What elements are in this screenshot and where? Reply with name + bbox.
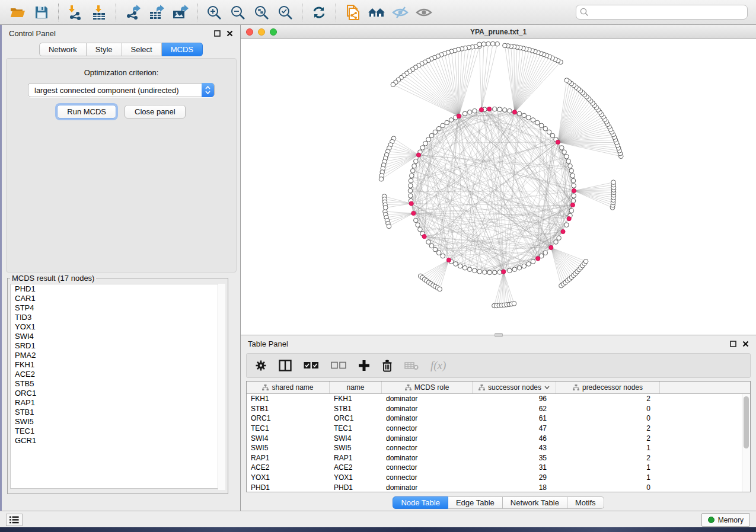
- splitter-grip[interactable]: [495, 333, 503, 337]
- optimization-criterion-label: Optimization criterion:: [7, 68, 236, 77]
- close-panel-icon[interactable]: [742, 341, 749, 347]
- table-cell: FKH1: [330, 395, 382, 403]
- table-panel-header: Table Panel: [241, 335, 756, 352]
- column-header-mcds-role[interactable]: MCDS role: [382, 382, 473, 393]
- table-cell: STB1: [247, 405, 330, 413]
- table-cell: connector: [382, 424, 473, 432]
- mcds-result-item[interactable]: PMA2: [11, 351, 225, 360]
- table-row[interactable]: FKH1FKH1dominator962: [247, 394, 750, 404]
- mcds-result-item[interactable]: STB5: [11, 379, 225, 389]
- create-column-plus-icon[interactable]: [358, 360, 370, 371]
- network-window-titlebar[interactable]: YPA_prune.txt_1: [241, 25, 756, 39]
- mcds-result-item[interactable]: GCR1: [11, 436, 225, 446]
- memory-button[interactable]: Memory: [701, 513, 750, 527]
- mcds-result-item[interactable]: ORC1: [11, 389, 225, 398]
- column-header-name[interactable]: name: [330, 382, 382, 393]
- node-table-body: FKH1FKH1dominator962STB1STB1dominator620…: [247, 394, 750, 492]
- export-network-button[interactable]: [123, 3, 143, 22]
- table-scrollbar-thumb[interactable]: [744, 396, 749, 448]
- mcds-list-scrollbar[interactable]: [218, 284, 225, 490]
- show-all-button[interactable]: [414, 3, 434, 22]
- main-toolbar: [0, 0, 756, 25]
- export-table-button[interactable]: [146, 3, 167, 22]
- float-panel-icon[interactable]: [730, 341, 736, 347]
- select-all-rows-icon[interactable]: [304, 361, 319, 370]
- show-columns-icon[interactable]: [279, 360, 292, 371]
- table-settings-gear-icon[interactable]: [255, 360, 267, 371]
- mcds-result-item[interactable]: TEC1: [11, 427, 225, 436]
- mcds-result-item[interactable]: STB1: [11, 408, 225, 417]
- zoom-out-button[interactable]: [228, 3, 248, 22]
- table-row[interactable]: SWI4SWI4dominator462: [247, 433, 750, 443]
- task-history-button[interactable]: [6, 514, 23, 526]
- table-cell: 62: [473, 405, 556, 413]
- table-cell: 31: [473, 463, 556, 472]
- function-builder-icon[interactable]: f(x): [430, 359, 446, 372]
- close-panel-button[interactable]: Close panel: [125, 105, 186, 118]
- column-header-empty: [660, 382, 750, 393]
- mcds-result-item[interactable]: CAR1: [11, 294, 225, 303]
- houses-icon: [368, 5, 385, 20]
- deselect-all-rows-icon[interactable]: [331, 361, 346, 370]
- refresh-view-button[interactable]: [309, 3, 329, 22]
- table-row[interactable]: ACE2ACE2connector311: [247, 463, 750, 473]
- float-panel-icon[interactable]: [214, 30, 221, 37]
- table-cell: PHD1: [330, 483, 382, 492]
- column-header-shared-name[interactable]: shared name: [247, 382, 330, 393]
- status-bar: Memory: [0, 511, 756, 527]
- mcds-result-item[interactable]: RAP1: [11, 398, 225, 408]
- table-row[interactable]: RAP1RAP1dominator352: [247, 453, 750, 463]
- mcds-result-item[interactable]: SRD1: [11, 341, 225, 351]
- export-image-button[interactable]: [170, 3, 190, 22]
- save-session-button[interactable]: [31, 3, 52, 22]
- import-network-button[interactable]: [65, 3, 85, 22]
- first-neighbors-button[interactable]: [366, 3, 387, 22]
- table-row[interactable]: PHD1PHD1dominator180: [247, 482, 750, 492]
- table-row[interactable]: STB1STB1dominator620: [247, 404, 750, 414]
- column-header-predecessor-nodes[interactable]: predecessor nodes: [556, 382, 660, 393]
- table-row[interactable]: YOX1YOX1connector291: [247, 473, 750, 483]
- tab-network[interactable]: Network: [39, 43, 87, 56]
- table-row[interactable]: TEC1TEC1connector472: [247, 424, 750, 434]
- tab-edge-table[interactable]: Edge Table: [448, 496, 503, 509]
- criterion-dropdown[interactable]: largest connected component (undirected): [28, 83, 215, 97]
- zoom-selected-button[interactable]: [275, 3, 295, 22]
- tab-style[interactable]: Style: [87, 43, 122, 56]
- close-panel-icon[interactable]: [227, 30, 233, 37]
- mcds-result-item[interactable]: ACE2: [11, 370, 225, 379]
- delete-column-trash-icon[interactable]: [382, 360, 393, 372]
- node-table-header: shared name name MCDS role successor nod…: [247, 382, 750, 394]
- duplicate-network-button[interactable]: [343, 3, 363, 22]
- tab-motifs[interactable]: Motifs: [567, 496, 604, 509]
- table-row[interactable]: SWI5SWI5connector431: [247, 443, 750, 453]
- export-network-icon: [125, 5, 141, 20]
- table-row[interactable]: ORC1ORC1dominator610: [247, 414, 750, 424]
- mcds-result-item[interactable]: SWI4: [11, 332, 225, 341]
- mcds-result-item[interactable]: TID3: [11, 313, 225, 322]
- delete-table-icon[interactable]: [404, 361, 419, 370]
- tab-select[interactable]: Select: [122, 43, 162, 56]
- search-input[interactable]: [576, 5, 748, 20]
- mcds-result-item[interactable]: FKH1: [11, 360, 225, 370]
- tab-node-table[interactable]: Node Table: [393, 496, 448, 509]
- tab-network-table[interactable]: Network Table: [503, 496, 567, 509]
- table-cell: YOX1: [247, 473, 330, 482]
- mcds-result-item[interactable]: SWI5: [11, 417, 225, 427]
- mcds-result-item[interactable]: YOX1: [11, 322, 225, 332]
- hide-selected-button[interactable]: [390, 3, 410, 22]
- mcds-result-item[interactable]: STP4: [11, 303, 225, 313]
- table-cell: YOX1: [330, 473, 382, 482]
- zoom-fit-button[interactable]: [251, 3, 272, 22]
- column-header-successor-nodes[interactable]: successor nodes: [473, 382, 556, 393]
- tab-mcds[interactable]: MCDS: [162, 43, 203, 56]
- table-cell: 2: [556, 454, 660, 462]
- open-file-button[interactable]: [8, 3, 28, 22]
- mcds-result-item[interactable]: PHD1: [11, 284, 225, 294]
- zoom-in-button[interactable]: [204, 3, 224, 22]
- toolbar-separator: [58, 4, 59, 21]
- import-table-button[interactable]: [89, 3, 109, 22]
- table-cell: connector: [382, 444, 473, 452]
- run-mcds-button[interactable]: Run MCDS: [57, 105, 116, 118]
- table-scrollbar[interactable]: [742, 394, 750, 492]
- network-canvas[interactable]: [241, 39, 756, 335]
